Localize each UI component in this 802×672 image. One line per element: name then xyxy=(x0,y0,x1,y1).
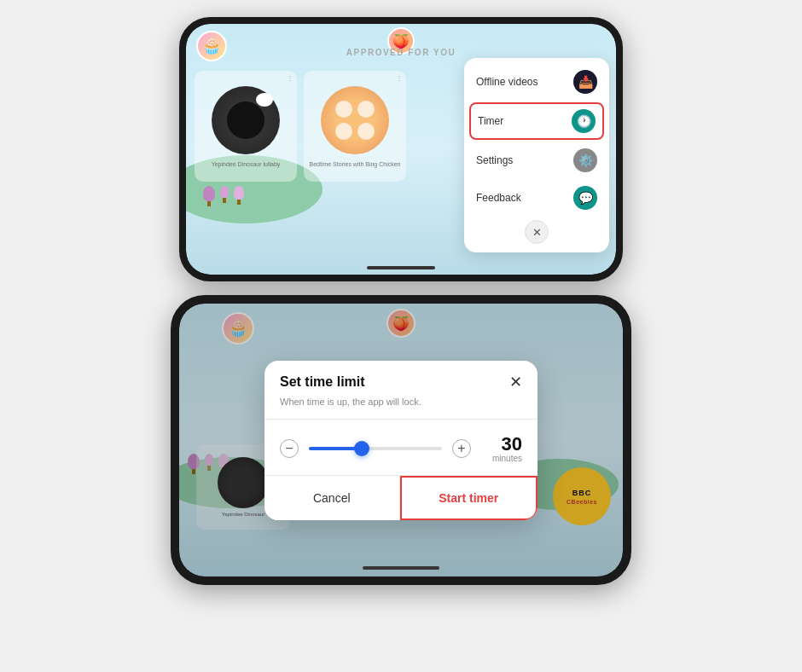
modal-subtitle: When time is up, the app will lock. xyxy=(264,397,538,419)
increase-button[interactable]: + xyxy=(452,439,471,458)
dots-grid xyxy=(327,92,383,148)
video-title-2: Bedtime Stories with Bing Chicken xyxy=(306,161,404,167)
feedback-icon: 💬 xyxy=(573,186,597,210)
video-title-1: Yepindee Dinosaur lullaby xyxy=(208,161,284,167)
offline-videos-item[interactable]: Offline videos 📥 xyxy=(464,63,609,101)
modal-overlay: Set time limit ✕ When time is up, the ap… xyxy=(179,304,623,576)
home-indicator xyxy=(367,266,435,269)
timer-label: Timer xyxy=(478,115,503,127)
video-card-2[interactable]: ⋮ Bedtime Stories with Bing Chicken xyxy=(304,71,406,182)
top-phone-screen: 🧁 🍑 APPROVED FOR YOU ⋮ Yepindee Dinosaur… xyxy=(186,24,616,275)
timer-item[interactable]: Timer 🕐 xyxy=(469,102,604,140)
feedback-label: Feedback xyxy=(476,192,521,204)
time-limit-modal: Set time limit ✕ When time is up, the ap… xyxy=(264,361,538,520)
tree-3 xyxy=(234,186,244,206)
decrease-button[interactable]: − xyxy=(280,439,299,458)
timer-icon: 🕐 xyxy=(572,109,596,133)
close-area: ✕ xyxy=(464,217,609,247)
modal-header: Set time limit ✕ xyxy=(264,361,538,397)
tree-1 xyxy=(203,186,215,206)
offline-videos-label: Offline videos xyxy=(476,76,538,88)
trees-area xyxy=(203,186,244,206)
side-button-bottom xyxy=(171,355,174,389)
settings-label: Settings xyxy=(476,154,513,166)
orca-thumbnail xyxy=(212,86,280,154)
cancel-button[interactable]: Cancel xyxy=(264,476,400,520)
close-button[interactable]: ✕ xyxy=(525,220,549,244)
dropdown-menu: Offline videos 📥 Timer 🕐 Settings ⚙️ Fee… xyxy=(464,58,609,252)
slider-number: 30 xyxy=(481,435,522,454)
top-phone: 🧁 🍑 APPROVED FOR YOU ⋮ Yepindee Dinosaur… xyxy=(179,17,623,281)
bottom-phone-screen: 🧁 🍑 Yepindee Dinosaur BBC CBeebies Set t… xyxy=(179,304,623,576)
slider-track[interactable] xyxy=(309,447,442,450)
video-card-1[interactable]: ⋮ Yepindee Dinosaur lullaby xyxy=(195,71,297,182)
card-menu-dots[interactable]: ⋮ xyxy=(287,74,293,82)
bottom-phone: 🧁 🍑 Yepindee Dinosaur BBC CBeebies Set t… xyxy=(171,295,631,585)
slider-value-display: 30 minutes xyxy=(481,435,522,463)
approved-label: APPROVED FOR YOU xyxy=(346,48,456,57)
settings-icon: ⚙️ xyxy=(573,148,597,172)
card-menu-dots-2[interactable]: ⋮ xyxy=(396,74,403,82)
settings-item[interactable]: Settings ⚙️ xyxy=(464,142,609,179)
offline-icon: 📥 xyxy=(573,70,597,94)
slider-area: − + 30 minutes xyxy=(280,435,522,463)
modal-title: Set time limit xyxy=(280,374,365,390)
video-cards-row: ⋮ Yepindee Dinosaur lullaby ⋮ Bedtime St… xyxy=(195,71,406,182)
tree-2 xyxy=(220,186,229,206)
modal-actions: Cancel Start timer xyxy=(264,475,538,520)
avatar-top-left: 🧁 xyxy=(196,31,227,61)
orange-thumbnail xyxy=(321,86,389,154)
modal-body: − + 30 minutes xyxy=(264,420,538,475)
modal-close-button[interactable]: ✕ xyxy=(509,374,522,390)
slider-unit: minutes xyxy=(481,454,522,463)
slider-thumb[interactable] xyxy=(354,441,369,456)
start-timer-button[interactable]: Start timer xyxy=(400,476,538,520)
side-button xyxy=(179,67,183,96)
feedback-item[interactable]: Feedback 💬 xyxy=(464,179,609,217)
